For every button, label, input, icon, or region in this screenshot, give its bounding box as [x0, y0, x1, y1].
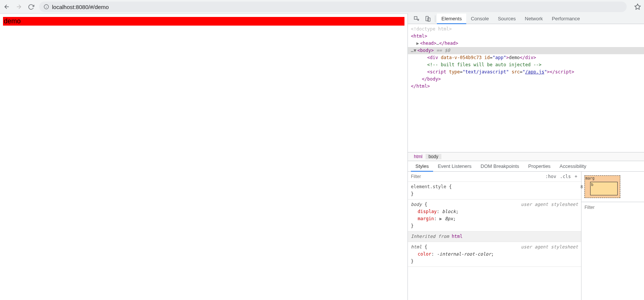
styles-tab-bar: Styles Event Listeners DOM Breakpoints P…	[408, 161, 644, 172]
dom-div-app[interactable]: <div data-v-054b9c73 id="app">demo</div>	[408, 54, 644, 61]
box-model-margin-label: marg	[586, 176, 595, 180]
devtools-tab-bar: Elements Console Sources Network Perform…	[408, 14, 644, 24]
tab-sources[interactable]: Sources	[493, 14, 520, 24]
dom-doctype[interactable]: <!doctype html>	[408, 26, 644, 33]
dom-html-open[interactable]: <html>	[408, 33, 644, 40]
tab-styles[interactable]: Styles	[411, 161, 433, 172]
tab-elements[interactable]: Elements	[437, 14, 466, 24]
back-button[interactable]	[3, 3, 11, 11]
devtools-panel: Elements Console Sources Network Perform…	[407, 14, 644, 300]
computed-filter-input[interactable]	[581, 205, 644, 210]
forward-button[interactable]	[15, 3, 23, 11]
url-text: localhost:8080/#/demo	[52, 4, 109, 10]
tab-network[interactable]: Network	[520, 14, 548, 24]
page-viewport[interactable]: demo	[0, 14, 407, 300]
styles-filter-input[interactable]	[408, 172, 542, 181]
hov-toggle[interactable]: :hov	[545, 174, 556, 179]
styles-filter-row: :hov .cls +	[408, 172, 581, 182]
tab-console[interactable]: Console	[466, 14, 493, 24]
dom-tree[interactable]: <!doctype html> <html> ▶<head>…</head> ……	[408, 24, 644, 152]
dom-body-open[interactable]: …▼<body> == $0	[408, 47, 644, 54]
demo-banner: demo	[3, 17, 404, 26]
rule-body[interactable]: body {user agent stylesheet display: blo…	[408, 199, 581, 231]
rule-html[interactable]: html {user agent stylesheet color: -inte…	[408, 242, 581, 267]
tab-performance[interactable]: Performance	[547, 14, 584, 24]
rule-element-style[interactable]: element.style {}	[408, 182, 581, 199]
cls-toggle[interactable]: .cls	[560, 174, 571, 179]
dom-comment[interactable]: <!-- built files will be auto injected -…	[408, 61, 644, 69]
dom-script[interactable]: <script type="text/javascript" src="/app…	[408, 69, 644, 76]
inspect-element-icon[interactable]	[411, 14, 422, 24]
tab-event-listeners[interactable]: Event Listeners	[433, 161, 476, 172]
device-toolbar-icon[interactable]	[422, 14, 433, 24]
reload-button[interactable]	[27, 3, 35, 11]
box-model[interactable]: marg 8 b	[581, 172, 623, 202]
info-icon	[44, 4, 49, 9]
dom-breadcrumb: html body	[408, 152, 644, 161]
svg-rect-4	[414, 17, 417, 19]
svg-marker-3	[635, 4, 641, 9]
browser-toolbar: localhost:8080/#/demo	[0, 0, 644, 14]
box-model-border-label: b	[591, 183, 594, 187]
computed-filter-row	[581, 202, 644, 212]
crumb-html[interactable]: html	[411, 154, 426, 159]
crumb-body[interactable]: body	[426, 154, 441, 159]
tab-accessibility[interactable]: Accessibility	[555, 161, 591, 172]
tab-dom-breakpoints[interactable]: DOM Breakpoints	[476, 161, 524, 172]
dom-head[interactable]: ▶<head>…</head>	[408, 40, 644, 47]
new-rule-button[interactable]: +	[575, 174, 577, 179]
address-bar[interactable]: localhost:8080/#/demo	[39, 2, 627, 12]
styles-rules[interactable]: element.style {} body {user agent styles…	[408, 182, 581, 300]
tab-properties[interactable]: Properties	[524, 161, 555, 172]
box-model-margin-left: 8	[581, 185, 583, 189]
dom-html-close[interactable]: </html>	[408, 83, 644, 90]
inherited-from-row: Inherited from html	[408, 231, 581, 242]
dom-body-close[interactable]: </body>	[408, 76, 644, 83]
bookmark-star-icon[interactable]	[634, 3, 641, 10]
